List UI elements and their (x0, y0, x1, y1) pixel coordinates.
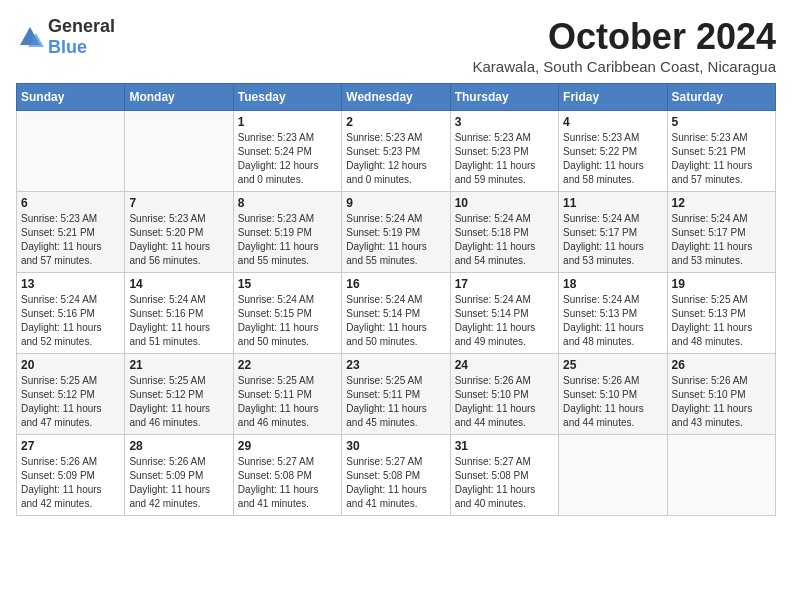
calendar-week-row: 1 Sunrise: 5:23 AMSunset: 5:24 PMDayligh… (17, 111, 776, 192)
day-info: Sunrise: 5:23 AMSunset: 5:23 PMDaylight:… (455, 131, 554, 187)
calendar-cell: 3 Sunrise: 5:23 AMSunset: 5:23 PMDayligh… (450, 111, 558, 192)
calendar-cell: 28 Sunrise: 5:26 AMSunset: 5:09 PMDaylig… (125, 435, 233, 516)
day-number: 21 (129, 358, 228, 372)
day-number: 4 (563, 115, 662, 129)
day-info: Sunrise: 5:24 AMSunset: 5:17 PMDaylight:… (563, 212, 662, 268)
day-number: 14 (129, 277, 228, 291)
day-info: Sunrise: 5:24 AMSunset: 5:15 PMDaylight:… (238, 293, 337, 349)
calendar-cell: 21 Sunrise: 5:25 AMSunset: 5:12 PMDaylig… (125, 354, 233, 435)
calendar-cell (559, 435, 667, 516)
calendar-header: SundayMondayTuesdayWednesdayThursdayFrid… (17, 84, 776, 111)
day-info: Sunrise: 5:23 AMSunset: 5:19 PMDaylight:… (238, 212, 337, 268)
day-number: 28 (129, 439, 228, 453)
day-number: 7 (129, 196, 228, 210)
day-number: 2 (346, 115, 445, 129)
day-info: Sunrise: 5:23 AMSunset: 5:20 PMDaylight:… (129, 212, 228, 268)
day-number: 16 (346, 277, 445, 291)
calendar-cell: 17 Sunrise: 5:24 AMSunset: 5:14 PMDaylig… (450, 273, 558, 354)
day-info: Sunrise: 5:27 AMSunset: 5:08 PMDaylight:… (346, 455, 445, 511)
day-info: Sunrise: 5:26 AMSunset: 5:10 PMDaylight:… (563, 374, 662, 430)
calendar-cell: 5 Sunrise: 5:23 AMSunset: 5:21 PMDayligh… (667, 111, 775, 192)
calendar-cell: 23 Sunrise: 5:25 AMSunset: 5:11 PMDaylig… (342, 354, 450, 435)
calendar-cell: 25 Sunrise: 5:26 AMSunset: 5:10 PMDaylig… (559, 354, 667, 435)
calendar-cell: 10 Sunrise: 5:24 AMSunset: 5:18 PMDaylig… (450, 192, 558, 273)
calendar-week-row: 20 Sunrise: 5:25 AMSunset: 5:12 PMDaylig… (17, 354, 776, 435)
weekday-header: Tuesday (233, 84, 341, 111)
calendar-cell: 7 Sunrise: 5:23 AMSunset: 5:20 PMDayligh… (125, 192, 233, 273)
day-info: Sunrise: 5:26 AMSunset: 5:09 PMDaylight:… (21, 455, 120, 511)
day-number: 22 (238, 358, 337, 372)
calendar-cell: 1 Sunrise: 5:23 AMSunset: 5:24 PMDayligh… (233, 111, 341, 192)
weekday-header: Friday (559, 84, 667, 111)
day-info: Sunrise: 5:26 AMSunset: 5:10 PMDaylight:… (672, 374, 771, 430)
day-info: Sunrise: 5:25 AMSunset: 5:12 PMDaylight:… (129, 374, 228, 430)
day-number: 19 (672, 277, 771, 291)
logo: General Blue (16, 16, 115, 58)
day-info: Sunrise: 5:24 AMSunset: 5:17 PMDaylight:… (672, 212, 771, 268)
day-number: 9 (346, 196, 445, 210)
day-number: 6 (21, 196, 120, 210)
calendar-cell: 4 Sunrise: 5:23 AMSunset: 5:22 PMDayligh… (559, 111, 667, 192)
calendar-cell: 12 Sunrise: 5:24 AMSunset: 5:17 PMDaylig… (667, 192, 775, 273)
page-header: General Blue October 2024 Karawala, Sout… (16, 16, 776, 75)
calendar-cell: 14 Sunrise: 5:24 AMSunset: 5:16 PMDaylig… (125, 273, 233, 354)
day-number: 1 (238, 115, 337, 129)
day-info: Sunrise: 5:23 AMSunset: 5:23 PMDaylight:… (346, 131, 445, 187)
calendar-week-row: 13 Sunrise: 5:24 AMSunset: 5:16 PMDaylig… (17, 273, 776, 354)
calendar-body: 1 Sunrise: 5:23 AMSunset: 5:24 PMDayligh… (17, 111, 776, 516)
weekday-header: Thursday (450, 84, 558, 111)
day-number: 8 (238, 196, 337, 210)
day-number: 30 (346, 439, 445, 453)
day-number: 23 (346, 358, 445, 372)
calendar-cell (17, 111, 125, 192)
day-info: Sunrise: 5:23 AMSunset: 5:22 PMDaylight:… (563, 131, 662, 187)
day-info: Sunrise: 5:25 AMSunset: 5:13 PMDaylight:… (672, 293, 771, 349)
day-number: 11 (563, 196, 662, 210)
day-number: 31 (455, 439, 554, 453)
calendar-week-row: 27 Sunrise: 5:26 AMSunset: 5:09 PMDaylig… (17, 435, 776, 516)
logo-general: General (48, 16, 115, 36)
calendar-cell: 20 Sunrise: 5:25 AMSunset: 5:12 PMDaylig… (17, 354, 125, 435)
day-number: 18 (563, 277, 662, 291)
calendar-cell: 29 Sunrise: 5:27 AMSunset: 5:08 PMDaylig… (233, 435, 341, 516)
day-info: Sunrise: 5:24 AMSunset: 5:13 PMDaylight:… (563, 293, 662, 349)
day-info: Sunrise: 5:24 AMSunset: 5:14 PMDaylight:… (455, 293, 554, 349)
day-info: Sunrise: 5:24 AMSunset: 5:18 PMDaylight:… (455, 212, 554, 268)
day-number: 29 (238, 439, 337, 453)
day-info: Sunrise: 5:25 AMSunset: 5:12 PMDaylight:… (21, 374, 120, 430)
title-block: October 2024 Karawala, South Caribbean C… (472, 16, 776, 75)
day-number: 5 (672, 115, 771, 129)
day-number: 13 (21, 277, 120, 291)
logo-text: General Blue (48, 16, 115, 58)
day-number: 24 (455, 358, 554, 372)
day-info: Sunrise: 5:25 AMSunset: 5:11 PMDaylight:… (238, 374, 337, 430)
calendar-cell: 18 Sunrise: 5:24 AMSunset: 5:13 PMDaylig… (559, 273, 667, 354)
weekday-row: SundayMondayTuesdayWednesdayThursdayFrid… (17, 84, 776, 111)
calendar-cell: 13 Sunrise: 5:24 AMSunset: 5:16 PMDaylig… (17, 273, 125, 354)
calendar-cell: 31 Sunrise: 5:27 AMSunset: 5:08 PMDaylig… (450, 435, 558, 516)
calendar-cell: 27 Sunrise: 5:26 AMSunset: 5:09 PMDaylig… (17, 435, 125, 516)
day-info: Sunrise: 5:26 AMSunset: 5:10 PMDaylight:… (455, 374, 554, 430)
calendar-cell: 2 Sunrise: 5:23 AMSunset: 5:23 PMDayligh… (342, 111, 450, 192)
calendar-cell: 22 Sunrise: 5:25 AMSunset: 5:11 PMDaylig… (233, 354, 341, 435)
day-number: 27 (21, 439, 120, 453)
day-info: Sunrise: 5:24 AMSunset: 5:16 PMDaylight:… (129, 293, 228, 349)
day-number: 15 (238, 277, 337, 291)
calendar-cell: 11 Sunrise: 5:24 AMSunset: 5:17 PMDaylig… (559, 192, 667, 273)
day-info: Sunrise: 5:23 AMSunset: 5:24 PMDaylight:… (238, 131, 337, 187)
day-info: Sunrise: 5:27 AMSunset: 5:08 PMDaylight:… (238, 455, 337, 511)
day-info: Sunrise: 5:24 AMSunset: 5:16 PMDaylight:… (21, 293, 120, 349)
weekday-header: Saturday (667, 84, 775, 111)
calendar-cell: 16 Sunrise: 5:24 AMSunset: 5:14 PMDaylig… (342, 273, 450, 354)
calendar-cell (125, 111, 233, 192)
day-number: 17 (455, 277, 554, 291)
weekday-header: Monday (125, 84, 233, 111)
day-info: Sunrise: 5:23 AMSunset: 5:21 PMDaylight:… (21, 212, 120, 268)
calendar-cell: 26 Sunrise: 5:26 AMSunset: 5:10 PMDaylig… (667, 354, 775, 435)
calendar-cell: 9 Sunrise: 5:24 AMSunset: 5:19 PMDayligh… (342, 192, 450, 273)
logo-blue: Blue (48, 37, 87, 57)
calendar-cell (667, 435, 775, 516)
logo-icon (16, 23, 44, 51)
day-number: 26 (672, 358, 771, 372)
day-number: 25 (563, 358, 662, 372)
